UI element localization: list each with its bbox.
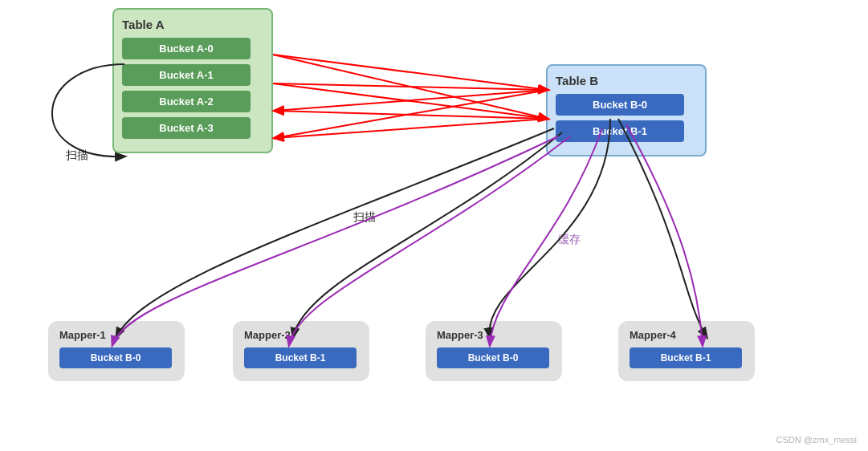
mapper-4: Mapper-4 Bucket B-1 — [618, 321, 755, 381]
mapper-1-label: Mapper-1 — [59, 329, 173, 341]
svg-line-5 — [275, 111, 548, 119]
watermark: CSDN @zmx_messi — [776, 435, 857, 445]
bucket-a0: Bucket A-0 — [122, 38, 251, 59]
table-b: Table B Bucket B-0 Bucket B-1 — [546, 64, 707, 156]
mapper-3: Mapper-3 Bucket B-0 — [426, 321, 562, 381]
table-b-label: Table B — [556, 74, 697, 87]
mapper-2-bucket: Bucket B-1 — [244, 347, 357, 368]
mapper-2-label: Mapper-2 — [244, 329, 358, 341]
svg-line-7 — [275, 119, 548, 138]
bucket-a1: Bucket A-1 — [122, 64, 251, 86]
mapper-4-label: Mapper-4 — [630, 329, 744, 341]
svg-line-4 — [275, 90, 548, 111]
bucket-a3: Bucket A-3 — [122, 117, 251, 139]
mapper-2: Mapper-2 Bucket B-1 — [233, 321, 369, 381]
mapper-1-bucket: Bucket B-0 — [59, 347, 172, 368]
svg-line-1 — [273, 55, 548, 119]
mapper-3-bucket: Bucket B-0 — [437, 347, 549, 368]
bucket-a2: Bucket A-2 — [122, 91, 251, 112]
scan-label-left: 扫描 — [66, 148, 88, 163]
table-a: Table A Bucket A-0 Bucket A-1 Bucket A-2… — [112, 8, 273, 153]
mapper-4-bucket: Bucket B-1 — [630, 347, 742, 368]
bucket-b1: Bucket B-1 — [556, 120, 684, 142]
svg-line-3 — [273, 83, 548, 119]
mapper-1: Mapper-1 Bucket B-0 — [48, 321, 185, 381]
svg-line-2 — [273, 83, 548, 90]
mapper-3-label: Mapper-3 — [437, 329, 551, 341]
table-a-label: Table A — [122, 18, 263, 31]
svg-line-6 — [275, 90, 548, 138]
cache-label: 缓存 — [558, 233, 581, 247]
scan-label-middle: 扫描 — [353, 210, 376, 225]
svg-line-0 — [273, 55, 548, 90]
bucket-b0: Bucket B-0 — [556, 94, 684, 116]
